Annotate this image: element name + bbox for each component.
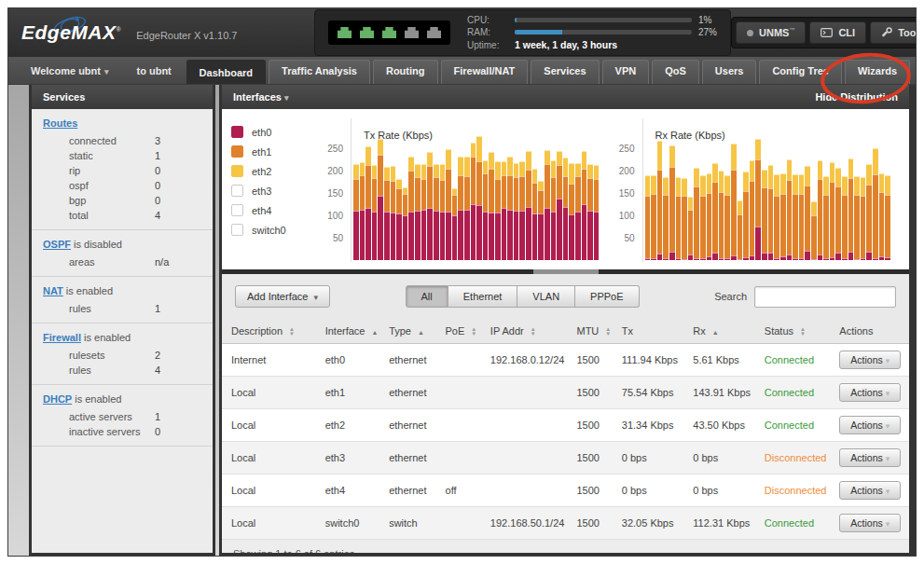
bar-segment-eth1	[489, 169, 494, 213]
bar-segment-eth0	[830, 257, 835, 260]
bar-segment-eth1	[582, 169, 587, 204]
column-header-rx[interactable]: Rx▲	[683, 319, 755, 344]
welcome-user-dropdown[interactable]: Welcome ubnt▾	[31, 65, 109, 76]
bar-segment-eth0	[743, 257, 749, 260]
stat-value: 0	[155, 426, 160, 437]
legend-checkbox-eth1[interactable]	[231, 145, 243, 158]
description-cell: Internet	[222, 344, 316, 377]
legend-checkbox-eth4[interactable]	[231, 204, 243, 216]
column-header-description[interactable]: Description▲▼	[222, 319, 316, 344]
stat-key: total	[69, 210, 155, 221]
tab-routing[interactable]: Routing	[373, 60, 438, 84]
y-axis-tick: 100	[327, 211, 343, 221]
filter-pppoe[interactable]: PPPoE	[575, 285, 639, 308]
actions-cell: Actions ▾	[830, 475, 909, 507]
legend-item-eth2: eth2	[231, 165, 323, 177]
filter-vlan[interactable]: VLAN	[517, 285, 575, 308]
splitter-drag-handle[interactable]	[533, 269, 599, 274]
sidebar-link-dhcp[interactable]: DHCP	[43, 393, 72, 405]
poe-cell	[436, 344, 481, 377]
column-header-ip-addr[interactable]: IP Addr▲▼	[481, 319, 568, 344]
row-actions-button-eth4[interactable]: Actions ▾	[839, 481, 901, 500]
status-cell: Connected	[755, 377, 831, 409]
bar-segment-eth1	[768, 188, 774, 253]
search-input[interactable]	[754, 286, 896, 308]
tab-vpn[interactable]: VPN	[602, 60, 650, 84]
bar-segment-eth0	[651, 258, 656, 260]
tab-qos[interactable]: QoS	[652, 60, 699, 84]
column-label: Status	[765, 325, 793, 337]
bar-segment-eth2	[378, 139, 383, 154]
legend-checkbox-eth3[interactable]	[231, 185, 243, 197]
column-header-poe[interactable]: PoE▲▼	[436, 319, 481, 344]
add-interface-button[interactable]: Add Interface▾	[235, 285, 330, 308]
bar-segment-eth1	[569, 184, 574, 214]
service-stat-row: rulesets2	[43, 348, 201, 363]
tab-services[interactable]: Services	[531, 60, 599, 84]
bar-segment-eth1	[848, 178, 854, 252]
sidebar-link-nat[interactable]: NAT	[43, 285, 63, 296]
ip-cell	[481, 475, 568, 507]
legend-checkbox-eth2[interactable]	[231, 165, 243, 177]
chart-y-axis: 50100150200250	[323, 118, 351, 262]
tab-firewall-nat[interactable]: Firewall/NAT	[441, 60, 529, 84]
cpu-stat: CPU: 1%	[467, 15, 717, 25]
caret-down-icon: ▾	[886, 519, 890, 529]
sidebar-link-ospf[interactable]: OSPF	[43, 239, 71, 250]
filter-ethernet[interactable]: Ethernet	[448, 285, 518, 308]
actions-label: Actions	[850, 485, 885, 496]
ip-cell	[481, 442, 568, 475]
tab-traffic-analysis[interactable]: Traffic Analysis	[269, 60, 370, 84]
bar-segment-eth2	[823, 176, 829, 195]
y-axis-tick: 50	[333, 233, 343, 243]
search-area: Search	[714, 286, 896, 308]
stacked-bar	[403, 187, 408, 260]
stacked-bar	[514, 163, 519, 260]
tab-users[interactable]: Users	[702, 60, 757, 84]
type-cell: ethernet	[379, 409, 435, 442]
row-actions-button-eth0[interactable]: Actions ▾	[839, 351, 901, 369]
row-actions-button-eth2[interactable]: Actions ▾	[839, 416, 901, 434]
y-axis-tick: 100	[619, 211, 635, 221]
interfaces-dropdown[interactable]: Interfaces ▾	[233, 91, 289, 103]
sidebar-link-firewall[interactable]: Firewall	[43, 332, 81, 343]
legend-checkbox-eth0[interactable]	[231, 126, 243, 138]
bar-segment-eth2	[854, 176, 860, 195]
stacked-bar	[768, 165, 774, 260]
ram-meter	[515, 30, 692, 34]
bar-segment-eth2	[774, 174, 779, 196]
unms-button[interactable]: UNMS™	[736, 21, 806, 44]
hide-distribution-toggle[interactable]: Hide Distribution	[815, 91, 898, 103]
stacked-bar	[738, 200, 743, 260]
service-state-text: is disabled	[71, 239, 122, 250]
row-actions-button-eth1[interactable]: Actions ▾	[839, 383, 901, 402]
stacked-bar	[563, 158, 569, 260]
toolbox-button[interactable]: Toolbox ▾	[870, 21, 917, 44]
bar-segment-eth2	[545, 150, 550, 164]
column-header-status[interactable]: Status▲▼	[755, 319, 831, 344]
actions-cell: Actions ▾	[830, 344, 909, 377]
stacked-bar	[676, 177, 682, 260]
column-header-type[interactable]: Type▲	[379, 319, 435, 344]
stat-value: 2	[155, 350, 160, 361]
bar-segment-eth0	[403, 215, 408, 260]
legend-checkbox-switch0[interactable]	[231, 224, 243, 236]
interface-type-filter: AllEthernetVLANPPPoE	[406, 285, 640, 308]
bar-segment-eth2	[688, 197, 694, 210]
row-actions-button-eth3[interactable]: Actions ▾	[839, 448, 901, 467]
tab-dashboard[interactable]: Dashboard	[186, 60, 266, 84]
row-actions-button-switch0[interactable]: Actions ▾	[839, 514, 901, 532]
sort-icon: ▲▼	[289, 327, 295, 337]
bar-segment-eth2	[396, 179, 402, 188]
tab-wizards[interactable]: Wizards	[845, 60, 910, 84]
column-header-interface[interactable]: Interface▲	[316, 319, 379, 344]
caret-down-icon: ▾	[104, 67, 109, 76]
cli-button[interactable]: CLI	[809, 21, 866, 44]
sidebar-link-routes[interactable]: Routes	[43, 117, 77, 129]
stacked-bar	[415, 164, 421, 260]
service-stat-row: rules1	[43, 301, 201, 316]
column-header-mtu[interactable]: MTU▲▼	[567, 319, 612, 344]
tab-config-tree[interactable]: Config Tree	[759, 60, 842, 84]
poe-cell	[436, 409, 481, 442]
filter-all[interactable]: All	[406, 285, 448, 308]
